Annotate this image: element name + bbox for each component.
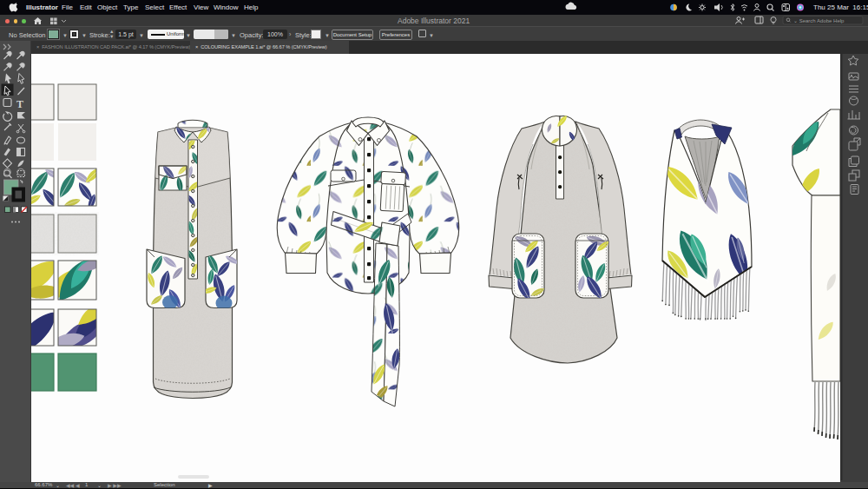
svg-text:⌄ Search Adobe Help: ⌄ Search Adobe Help (793, 18, 845, 23)
svg-text:T: T (16, 98, 23, 110)
